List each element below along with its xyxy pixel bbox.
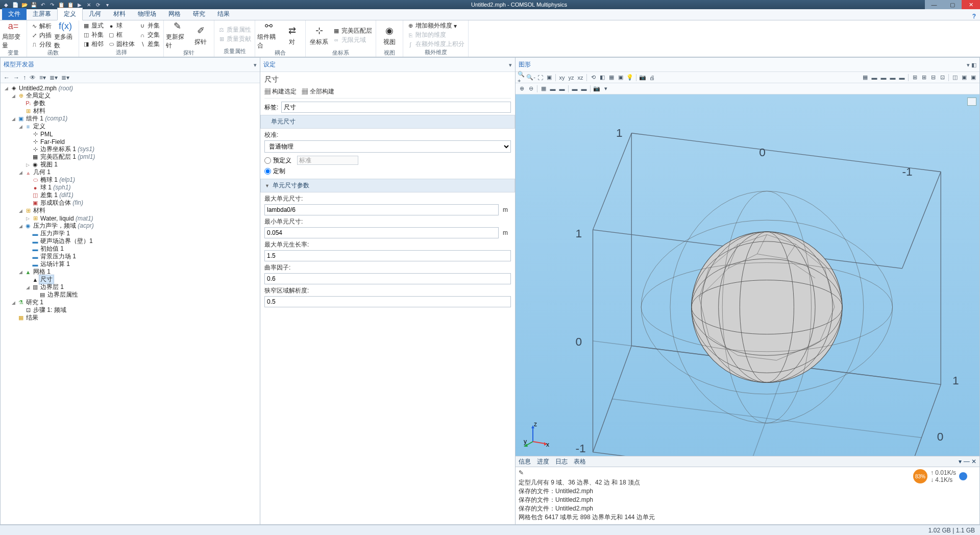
tab-define[interactable]: 定义 <box>57 8 83 20</box>
expand-icon[interactable]: ≡▾ <box>38 74 47 81</box>
tab-main-screen[interactable]: 主屏幕 <box>27 8 57 20</box>
yz-view-icon[interactable]: yz <box>567 74 575 82</box>
tb-icon[interactable]: ▬ <box>558 85 566 93</box>
tab-geometry[interactable]: 几何 <box>83 8 107 20</box>
sphere-sel-button[interactable]: ●球 <box>106 21 136 30</box>
adjacent-button[interactable]: ◨相邻 <box>81 40 105 48</box>
up-icon[interactable]: ↑ <box>22 74 27 81</box>
copy-icon[interactable]: 📋 <box>57 1 65 8</box>
pml-button[interactable]: ▦完美匹配层 <box>331 27 374 35</box>
panel-menu-icon[interactable]: ▾ <box>509 62 512 68</box>
section-unit-size[interactable]: 单元尺寸 <box>260 115 515 129</box>
probe-button[interactable]: ✐探针 <box>189 21 212 49</box>
filter-icon[interactable]: ≣▾ <box>48 74 59 81</box>
tb-icon[interactable]: ⊡ <box>938 74 946 82</box>
tab-mesh[interactable]: 网格 <box>162 8 187 20</box>
tab-material[interactable]: 材料 <box>107 8 132 20</box>
zoom-in-icon[interactable]: 🔍+ <box>518 74 526 82</box>
tb-icon[interactable]: ▾ <box>602 85 610 93</box>
transparency-icon[interactable]: ◧ <box>598 74 606 82</box>
tab-table[interactable]: 表格 <box>574 457 586 466</box>
predef-radio[interactable] <box>264 157 271 164</box>
max-size-input[interactable] <box>264 204 499 215</box>
forward-icon[interactable]: → <box>12 74 20 81</box>
undo-icon[interactable]: ↶ <box>39 1 47 8</box>
build-all-button[interactable]: ▦ 全部构建 <box>302 88 334 95</box>
tab-result[interactable]: 结果 <box>211 8 236 20</box>
tb-icon[interactable]: ▬ <box>879 74 888 82</box>
screenshot-icon[interactable]: 📷 <box>639 74 647 82</box>
xz-view-icon[interactable]: xz <box>576 74 584 82</box>
tb-icon[interactable]: ▬ <box>870 74 878 82</box>
tree-node-size[interactable]: ▲尺寸 <box>2 276 259 283</box>
explicit-button[interactable]: ▦显式 <box>81 21 105 30</box>
help-icon[interactable]: ? <box>972 13 976 20</box>
section-size-params[interactable]: ▼单元尺寸参数 <box>260 179 515 192</box>
analytic-button[interactable]: ∿解析 <box>29 22 53 31</box>
attached-dim-button[interactable]: ⎘附加的维度 <box>405 31 466 39</box>
tab-log[interactable]: 日志 <box>555 457 568 466</box>
tb-icon[interactable]: ▦ <box>861 74 869 82</box>
min-size-input[interactable] <box>264 227 499 238</box>
tb-icon[interactable]: ▬ <box>549 85 557 93</box>
local-variable-button[interactable]: a= 局部变量 <box>2 21 24 49</box>
tb-icon[interactable]: ▬ <box>571 85 579 93</box>
graphics-canvas[interactable]: 1 0 -1 -101 -101 10-1 z x <box>516 94 979 456</box>
tb-icon[interactable]: ⊟ <box>929 74 937 82</box>
panel-menu-icon[interactable]: ▾ ◧ <box>967 62 976 68</box>
xy-view-icon[interactable]: xy <box>558 74 566 82</box>
default-view-icon[interactable]: ⟲ <box>589 74 597 82</box>
box-sel-button[interactable]: ▢框 <box>106 31 136 39</box>
tb-icon[interactable]: ⊞ <box>920 74 928 82</box>
show-icon[interactable]: 👁 <box>29 74 37 81</box>
panel-menu-icon[interactable]: ▾ — ✕ <box>959 458 976 465</box>
growth-input[interactable] <box>264 250 511 261</box>
tb-icon[interactable]: ▣ <box>960 74 968 82</box>
save-icon[interactable]: 💾 <box>30 1 38 8</box>
tb-icon[interactable]: ▬ <box>898 74 906 82</box>
lighting-icon[interactable]: 💡 <box>626 74 634 82</box>
tb-icon[interactable]: ▬ <box>580 85 588 93</box>
select-icon[interactable]: ▣ <box>617 74 625 82</box>
refresh-icon[interactable]: ⟳ <box>94 1 102 8</box>
tb-icon[interactable]: ▬ <box>889 74 897 82</box>
delete-icon[interactable]: ✕ <box>85 1 93 8</box>
zoom-extents-icon[interactable]: ⛶ <box>536 74 544 82</box>
minimize-button[interactable]: — <box>925 0 943 9</box>
maximize-button[interactable]: ▢ <box>943 0 962 9</box>
tb-icon[interactable]: ⊕ <box>518 85 526 93</box>
tb-icon[interactable]: ◫ <box>951 74 959 82</box>
print-icon[interactable]: 🖨 <box>648 74 656 82</box>
back-icon[interactable]: ← <box>3 74 11 81</box>
narrow-input[interactable] <box>264 296 511 307</box>
curvature-input[interactable] <box>264 273 511 284</box>
infinite-elem-button[interactable]: ∞无限元域 <box>331 36 374 44</box>
tb-icon[interactable]: ▣ <box>969 74 977 82</box>
intersect-sel-button[interactable]: ∩交集 <box>137 31 161 39</box>
complement-button[interactable]: ◫补集 <box>81 31 105 39</box>
integral-extra-button[interactable]: ∫在额外维度上积分 <box>405 40 466 48</box>
panel-menu-icon[interactable]: ▾ <box>254 62 257 68</box>
tag-input[interactable] <box>281 102 511 113</box>
mass-contrib-button[interactable]: ⊞质量贡献 <box>216 35 253 43</box>
pair-button[interactable]: ⇄对 <box>281 21 303 49</box>
dropdown-icon[interactable]: ▾ <box>103 1 111 8</box>
tab-file[interactable]: 文件 <box>2 8 27 20</box>
run-icon[interactable]: ▶ <box>76 1 84 8</box>
interp-button[interactable]: ⤢内插 <box>29 31 53 40</box>
zoom-out-icon[interactable]: 🔍- <box>527 74 535 82</box>
zoom-box-icon[interactable]: ▣ <box>545 74 553 82</box>
custom-radio[interactable] <box>264 168 271 175</box>
tab-study[interactable]: 研究 <box>187 8 211 20</box>
piecewise-button[interactable]: ⎍分段 <box>29 40 53 49</box>
tab-info[interactable]: 信息 <box>519 457 531 466</box>
mass-prop-button[interactable]: ⚖质量属性 <box>216 26 253 34</box>
calibration-select[interactable]: 普通物理 <box>264 140 511 153</box>
tab-physics[interactable]: 物理场 <box>132 8 162 20</box>
new-icon[interactable]: 📄 <box>11 1 19 8</box>
build-selected-button[interactable]: ▦ 构建选定 <box>264 88 297 95</box>
close-button[interactable]: ✕ <box>962 0 980 9</box>
tab-progress[interactable]: 进度 <box>537 457 549 466</box>
model-tree[interactable]: ◢◈Untitled2.mph (root) ◢⊕全局定义 Pᵢ参数 ⊞材料 ◢… <box>1 83 260 524</box>
add-extra-dim-button[interactable]: ⊕增加额外维度▾ <box>405 21 466 30</box>
